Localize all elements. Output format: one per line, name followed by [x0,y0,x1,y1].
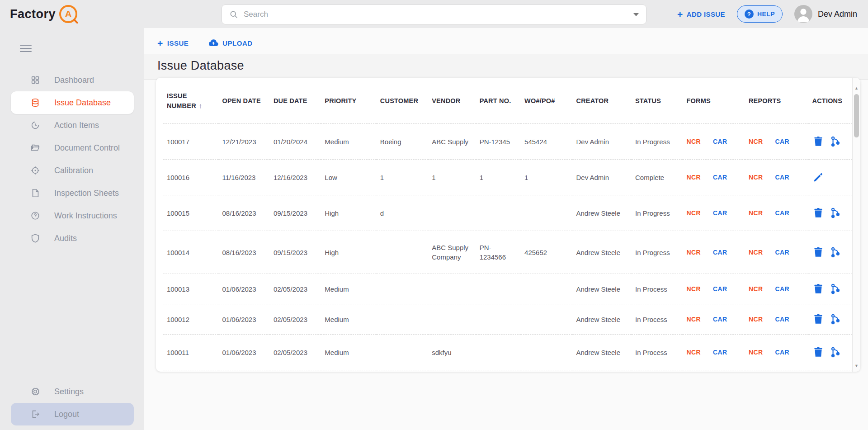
branch-issue-button[interactable] [830,283,841,295]
logout-icon [30,409,41,420]
delete-issue-button[interactable] [812,207,824,219]
sidebar-item-dashboard[interactable]: Dashboard [11,69,134,91]
edit-icon [812,171,824,183]
branch-issue-button[interactable] [830,346,841,358]
delete-issue-button[interactable] [812,313,824,325]
column-header-status[interactable]: STATUS [632,78,683,124]
sidebar-item-action-items[interactable]: Action Items [11,114,134,137]
add-issue-button[interactable]: + ADD ISSUE [677,9,725,19]
cell-wo-po [521,335,572,370]
global-search[interactable] [222,5,646,24]
car-form-link[interactable]: CAR [713,285,727,293]
database-icon [30,97,41,108]
branch-issue-button[interactable] [830,246,841,258]
actions-cell [809,304,853,335]
sidebar-item-logout[interactable]: Logout [11,403,134,425]
car-report-link[interactable]: CAR [775,209,789,217]
sidebar-item-inspection-sheets[interactable]: Inspection Sheets [11,182,134,204]
ncr-form-link[interactable]: NCR [686,249,701,256]
car-form-link[interactable]: CAR [713,174,727,181]
delete-issue-button[interactable] [812,283,824,295]
ncr-report-link[interactable]: NCR [749,316,763,323]
delete-issue-button[interactable] [812,346,824,358]
car-report-link[interactable]: CAR [775,249,789,256]
ncr-report-link[interactable]: NCR [749,174,763,181]
car-form-link[interactable]: CAR [713,249,727,256]
new-issue-button[interactable]: + ISSUE [157,38,189,48]
ncr-report-link[interactable]: NCR [749,349,763,356]
cell-priority: Medium [321,304,376,335]
ncr-form-link[interactable]: NCR [686,316,701,323]
cell-open-date: 01/06/2023 [218,274,269,304]
ncr-form-link[interactable]: NCR [686,174,701,181]
scrollbar-thumb[interactable] [854,94,859,137]
sidebar-item-work-instructions[interactable]: Work Instructions [11,204,134,227]
column-header-wo-po[interactable]: WO#/PO# [521,78,572,124]
car-form-link[interactable]: CAR [713,138,727,145]
column-header-due-date[interactable]: DUE DATE [270,78,321,124]
sidebar-item-document-control[interactable]: Document Control [11,137,134,159]
column-header-priority[interactable]: PRIORITY [321,78,376,124]
sidebar-item-issue-database[interactable]: Issue Database [11,91,134,114]
cell-customer [377,274,428,304]
car-form-link[interactable]: CAR [713,349,727,356]
car-report-link[interactable]: CAR [775,174,789,181]
dashboard-grid-icon [30,75,41,85]
branch-issue-button[interactable] [830,207,841,219]
sidebar-item-settings[interactable]: Settings [11,380,134,403]
cell-issue-number: 100013 [163,274,218,304]
ncr-report-link[interactable]: NCR [749,285,763,293]
sidebar-divider [11,258,133,258]
delete-issue-button[interactable] [812,136,824,147]
scroll-up-arrow-icon[interactable]: ▲ [853,84,860,92]
ncr-form-link[interactable]: NCR [686,285,701,293]
hamburger-menu-icon[interactable] [20,43,32,54]
sort-ascending-icon[interactable]: ↑ [199,102,203,109]
car-report-link[interactable]: CAR [775,316,789,323]
cloud-upload-icon [208,38,218,48]
branch-issue-button[interactable] [830,136,841,147]
column-header-actions[interactable]: ACTIONS [809,78,853,124]
sidebar-item-audits[interactable]: Audits [11,227,134,250]
column-header-issue-number[interactable]: ISSUE NUMBER↑ [163,78,218,124]
cell-priority: Medium [321,124,376,160]
column-header-creator[interactable]: CREATOR [572,78,632,124]
cell-customer [377,304,428,335]
ncr-report-link[interactable]: NCR [749,249,763,256]
column-header-part-no[interactable]: PART NO. [476,78,521,124]
scroll-down-arrow-icon[interactable]: ▼ [853,362,860,370]
car-report-link[interactable]: CAR [775,349,789,356]
table-scrollbar[interactable]: ▲ ▼ [852,78,860,372]
cell-part-no: PN-12345 [476,124,521,160]
ncr-form-link[interactable]: NCR [686,349,701,356]
ncr-form-link[interactable]: NCR [686,138,701,145]
upload-button[interactable]: UPLOAD [208,38,252,48]
car-report-link[interactable]: CAR [775,285,789,293]
user-menu[interactable]: Dev Admin [794,5,857,23]
column-header-open-date[interactable]: OPEN DATE [218,78,269,124]
column-header-vendor[interactable]: VENDOR [428,78,476,124]
car-form-link[interactable]: CAR [713,209,727,217]
plus-icon: + [157,38,163,48]
search-input[interactable] [244,10,629,19]
branch-issue-button[interactable] [830,313,841,325]
cell-creator: Dev Admin [572,124,632,160]
column-header-customer[interactable]: CUSTOMER [377,78,428,124]
column-header-reports[interactable]: REPORTS [745,78,809,124]
cell-open-date: 08/16/2023 [218,195,269,231]
sidebar-item-calibration[interactable]: Calibration [11,159,134,182]
search-dropdown-caret-icon[interactable] [633,13,639,16]
table-row: 10001101/06/202302/05/2023MediumsdkfyuAn… [163,335,852,370]
car-form-link[interactable]: CAR [713,316,727,323]
help-button[interactable]: ? HELP [737,5,783,23]
cell-part-no [476,335,521,370]
column-header-forms[interactable]: FORMS [683,78,745,124]
edit-issue-button[interactable] [812,171,824,183]
car-report-link[interactable]: CAR [775,138,789,145]
delete-issue-button[interactable] [812,246,824,258]
cell-wo-po [521,274,572,304]
trash-icon [812,313,824,325]
ncr-report-link[interactable]: NCR [749,209,763,217]
ncr-form-link[interactable]: NCR [686,209,701,217]
ncr-report-link[interactable]: NCR [749,138,763,145]
